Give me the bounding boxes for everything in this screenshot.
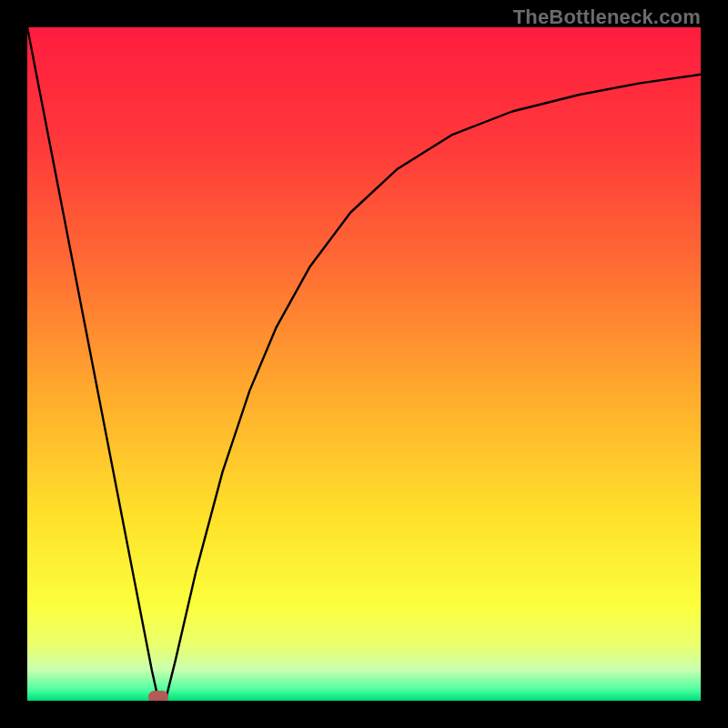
- plot-area: [27, 27, 701, 701]
- bottleneck-curve: [27, 27, 701, 701]
- bottleneck-marker: [148, 691, 168, 701]
- chart-frame: TheBottleneck.com: [0, 0, 728, 728]
- watermark-text: TheBottleneck.com: [513, 5, 701, 29]
- curve-layer: [27, 27, 701, 701]
